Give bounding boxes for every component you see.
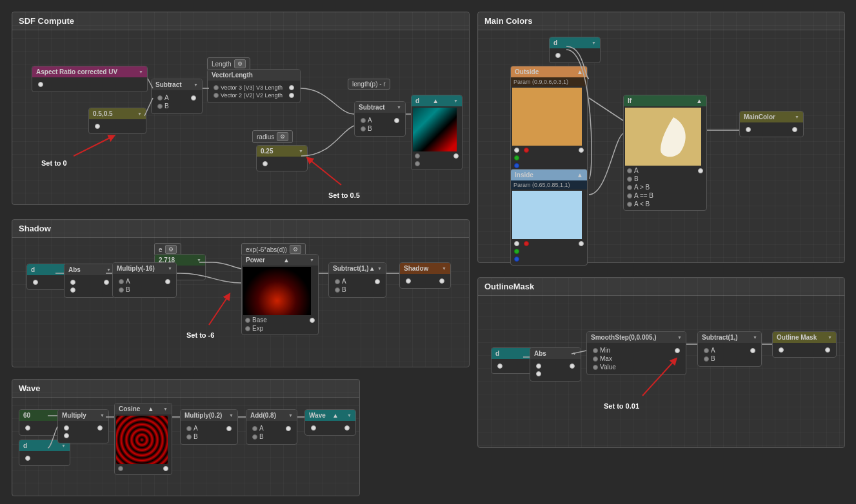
arrow-set-neg6 [203, 289, 254, 328]
subtract-shadow-node[interactable]: Subtract(1,) ▲ A B [328, 262, 386, 298]
val-05-header[interactable]: 0.5,0.5 [89, 108, 146, 119]
v025-out [263, 161, 268, 166]
set-to-001-annotation: Set to 0.01 [604, 402, 639, 410]
subtract-outline-header[interactable]: Subtract(1,) [698, 332, 761, 343]
subtract-outline-node[interactable]: Subtract(1,) A B [697, 331, 762, 367]
in-pin-r [524, 241, 529, 246]
multiply1-wave-header[interactable]: Multiply [58, 410, 108, 421]
d-main-header[interactable]: d [550, 37, 600, 48]
so-b-pin [704, 356, 709, 362]
outside-header: Outside ▲ [511, 66, 587, 77]
radius-settings-btn[interactable]: ⚙ [277, 132, 288, 141]
wo-out [344, 425, 350, 431]
do-out [497, 363, 503, 369]
outside-node[interactable]: Outside ▲ Param (0.9,0.6,0.3,1) [510, 66, 588, 180]
radius-comment: radius ⚙ [252, 130, 293, 143]
shadow-panel: Shadow e ⚙ 2.718 exp(-6*abs(d)) ⚙ [12, 219, 470, 367]
aspect-ratio-out-pin [38, 82, 43, 87]
val-05-out-pin [95, 124, 100, 129]
if-node[interactable]: If ▲ A B [623, 95, 707, 211]
main-color-out-node[interactable]: MainColor [739, 111, 804, 137]
exp-settings-btn[interactable]: ⚙ [290, 245, 301, 254]
set-to-0-annotation: Set to 0 [41, 159, 67, 167]
if-a-pin [627, 168, 632, 173]
s1-a-pin [157, 95, 163, 101]
s1-out-pin [191, 95, 196, 101]
abs-outline-header[interactable]: Abs [530, 348, 581, 359]
d-node-sdf[interactable]: d ▲ [411, 95, 463, 170]
d-header[interactable]: d ▲ [412, 95, 462, 106]
mw1-b [64, 433, 69, 438]
multiply-shadow-node[interactable]: Multiply(-16) A B [112, 262, 177, 298]
inside-swatch [512, 191, 582, 239]
vector-length-node[interactable]: VectorLength Vector 3 (V3) V3 Length Vec… [207, 69, 301, 103]
length-settings-btn[interactable]: ⚙ [234, 59, 246, 68]
d-out [453, 153, 459, 159]
outside-swatch [512, 88, 582, 146]
aspect-ratio-node[interactable]: Aspect Ratio corrected UV [32, 66, 148, 92]
val-025-header[interactable]: 0.25 [257, 146, 307, 157]
mul-out [165, 279, 170, 284]
abs-outline-node[interactable]: Abs [530, 347, 581, 382]
if-alb-pin [627, 202, 632, 207]
sdf-panel: SDF Compute Aspect Ratio corrected UV 0.… [12, 12, 470, 205]
abs-out [104, 280, 109, 285]
abs-in [70, 280, 75, 285]
main-color-header[interactable]: MainColor [740, 111, 803, 122]
s2-b-pin [361, 126, 366, 131]
subtract-shadow-header[interactable]: Subtract(1,) ▲ [329, 263, 386, 274]
om-in [779, 347, 784, 353]
power-header[interactable]: Power ▲ [242, 255, 318, 266]
add-wave-header[interactable]: Add(0.8) [246, 410, 297, 421]
smoothstep-header[interactable]: SmoothStep(0,0.005,) [587, 332, 686, 343]
e-settings-btn[interactable]: ⚙ [165, 245, 177, 254]
cosine-header[interactable]: Cosine ▲ [115, 403, 172, 414]
abso-in [536, 363, 541, 369]
add-wave-node[interactable]: Add(0.8) A B [246, 409, 297, 445]
cosine-node[interactable]: Cosine ▲ [114, 403, 172, 475]
in-pin-b [514, 257, 519, 262]
s1-b-pin [157, 104, 163, 109]
subtract2-node[interactable]: Subtract A B [354, 101, 406, 137]
multiply2-wave-node[interactable]: Multiply(0.2) A B [180, 409, 238, 445]
wave-out-node[interactable]: Wave ▲ [304, 409, 356, 436]
mw2-a [186, 426, 192, 431]
aspect-ratio-header[interactable]: Aspect Ratio corrected UV [32, 66, 147, 77]
wave-panel: Wave 60 d [12, 379, 360, 496]
subtract2-header[interactable]: Subtract [355, 102, 405, 113]
val-05-node[interactable]: 0.5,0.5 [88, 108, 146, 134]
out-pin-r [524, 148, 529, 153]
subtract1-header[interactable]: Subtract [152, 79, 202, 90]
dm-out [555, 53, 561, 58]
ss-min-pin [593, 348, 598, 353]
out-pin-w [514, 148, 519, 153]
if-out [698, 168, 703, 173]
om-out [825, 347, 830, 353]
abs-shadow-node[interactable]: Abs [64, 264, 115, 298]
shadow-out-node[interactable]: Shadow [399, 262, 451, 289]
wave-out-header[interactable]: Wave ▲ [305, 410, 355, 421]
d-wave-node[interactable]: d [19, 440, 70, 466]
d-main-node[interactable]: d [549, 37, 601, 63]
multiply-shadow-header[interactable]: Multiply(-16) [113, 263, 176, 274]
multiply1-wave-node[interactable]: Multiply [57, 409, 109, 443]
shadow-out-header[interactable]: Shadow [400, 263, 450, 274]
abs-shadow-header[interactable]: Abs [65, 264, 115, 275]
ds-out [33, 280, 38, 285]
inside-node[interactable]: Inside ▲ Param (0.65,0.85,1,1) [510, 169, 588, 266]
outline-panel: OutlineMask d Abs [477, 277, 845, 448]
set-to-neg6-annotation: Set to -6 [186, 331, 214, 339]
outline-mask-out-node[interactable]: Outline Mask [772, 331, 837, 358]
multiply2-wave-header[interactable]: Multiply(0.2) [181, 410, 237, 421]
mc-out [792, 127, 797, 132]
v60-out [25, 425, 30, 431]
out-pin-out [579, 148, 584, 153]
set-to-05-annotation: Set to 0.5 [328, 191, 360, 199]
outline-mask-header[interactable]: Outline Mask [773, 332, 836, 343]
add-out [286, 426, 291, 431]
shadow-in [406, 278, 411, 284]
subtract1-node[interactable]: Subtract A B [151, 79, 203, 114]
in-pin-g [514, 249, 519, 254]
mul-a-pin [119, 279, 124, 284]
mc-in [746, 127, 751, 132]
